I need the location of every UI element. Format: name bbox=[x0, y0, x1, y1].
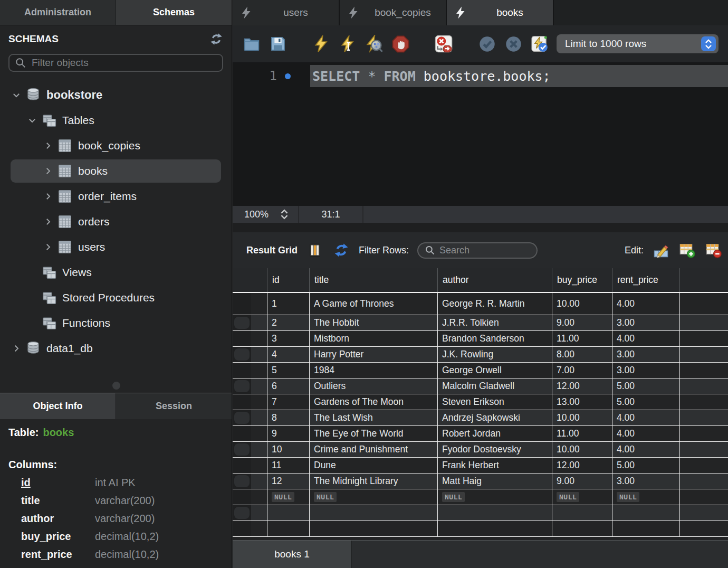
grid-cell[interactable]: 12.00 bbox=[552, 458, 612, 473]
grid-cell[interactable]: Outliers bbox=[310, 378, 438, 394]
grid-cell[interactable] bbox=[310, 521, 438, 536]
grid-cell[interactable]: Matt Haig bbox=[438, 474, 552, 489]
grid-cell[interactable]: Mistborn bbox=[310, 331, 438, 346]
sql-code-line[interactable]: SELECT * FROM bookstore.books; bbox=[310, 65, 728, 87]
tree-item-views[interactable]: Views bbox=[0, 260, 232, 285]
grid-cell[interactable]: Frank Herbert bbox=[438, 458, 552, 473]
refresh-schemas-icon[interactable] bbox=[209, 32, 223, 46]
row-drag-handle-icon[interactable] bbox=[234, 317, 250, 329]
tree-item-functions[interactable]: Functions bbox=[0, 310, 232, 336]
grid-cell[interactable]: 12 bbox=[267, 474, 310, 489]
tree-item-books[interactable]: books bbox=[0, 158, 232, 184]
schema-filter[interactable] bbox=[8, 54, 223, 72]
grid-cell[interactable]: Crime and Punishment bbox=[310, 442, 438, 457]
grid-cell[interactable]: Robert Jordan bbox=[438, 426, 552, 441]
grid-cell[interactable]: 4.00 bbox=[612, 426, 680, 441]
grid-cell[interactable]: 10 bbox=[267, 442, 310, 457]
grid-cell[interactable] bbox=[438, 505, 552, 520]
grid-cell[interactable]: 12.00 bbox=[552, 378, 612, 394]
row-selector[interactable] bbox=[251, 331, 267, 346]
grid-cell[interactable]: 11.00 bbox=[552, 331, 612, 346]
grid-cell[interactable]: 7.00 bbox=[552, 363, 612, 378]
grid-cell[interactable] bbox=[310, 505, 438, 520]
grid-cell[interactable] bbox=[552, 505, 612, 520]
grid-cell[interactable]: 13.00 bbox=[552, 394, 612, 410]
grid-cell[interactable]: 8 bbox=[267, 410, 310, 425]
tree-collapsed-chevron-icon[interactable] bbox=[43, 141, 54, 150]
grid-cell[interactable]: 10.00 bbox=[552, 293, 612, 315]
grid-cell[interactable]: Malcolm Gladwell bbox=[438, 378, 552, 394]
row-drag-handle-icon[interactable] bbox=[234, 412, 250, 424]
tree-item-users[interactable]: users bbox=[0, 234, 232, 260]
execute-query-icon[interactable] bbox=[312, 34, 331, 53]
sql-editor[interactable]: 1 SELECT * FROM bookstore.books; bbox=[233, 62, 728, 206]
grid-cell[interactable]: 3.00 bbox=[612, 363, 680, 378]
grid-cell[interactable]: NULL bbox=[552, 489, 612, 505]
row-selector[interactable] bbox=[251, 474, 267, 489]
grid-cell[interactable]: 4.00 bbox=[612, 410, 680, 425]
grid-cell[interactable] bbox=[267, 505, 310, 520]
grid-cell[interactable]: NULL bbox=[612, 489, 680, 505]
row-drag-handle-icon[interactable] bbox=[234, 507, 250, 519]
grid-cell[interactable]: George Orwell bbox=[438, 363, 552, 378]
grid-cell[interactable]: 5 bbox=[267, 363, 310, 378]
grid-cell[interactable]: 11.00 bbox=[552, 426, 612, 441]
grid-cell[interactable]: 5.00 bbox=[612, 458, 680, 473]
grid-cell[interactable]: Steven Erikson bbox=[438, 394, 552, 410]
refresh-results-icon[interactable] bbox=[332, 241, 350, 259]
tree-item-data1-db[interactable]: data1_db bbox=[0, 336, 232, 361]
grid-cell[interactable]: 9.00 bbox=[552, 315, 612, 330]
row-selector[interactable] bbox=[251, 458, 267, 473]
grid-cell[interactable]: 9.00 bbox=[552, 474, 612, 489]
stop-query-icon[interactable] bbox=[391, 34, 410, 53]
grid-cell[interactable]: Fyodor Dostoevsky bbox=[438, 442, 552, 457]
sidebar-tab-schemas[interactable]: Schemas bbox=[116, 0, 232, 25]
commit-icon[interactable] bbox=[477, 34, 496, 53]
grid-cell[interactable]: 1984 bbox=[310, 363, 438, 378]
row-drag-handle-icon[interactable] bbox=[234, 443, 250, 456]
row-selector[interactable] bbox=[251, 505, 267, 520]
grid-cell[interactable]: 5.00 bbox=[612, 378, 680, 394]
row-selector[interactable] bbox=[251, 347, 267, 362]
grid-cell[interactable]: Harry Potter bbox=[310, 347, 438, 362]
grid-cell[interactable]: 10.00 bbox=[552, 442, 612, 457]
rollback-icon[interactable] bbox=[504, 34, 523, 53]
splitter-handle[interactable] bbox=[112, 382, 120, 390]
insert-row-icon[interactable] bbox=[678, 241, 696, 259]
row-selector[interactable] bbox=[251, 293, 267, 315]
grid-cell[interactable]: 3.00 bbox=[612, 474, 680, 489]
grid-cell[interactable]: Dune bbox=[310, 458, 438, 473]
grid-cell[interactable]: The Hobbit bbox=[310, 315, 438, 330]
row-drag-handle-icon[interactable] bbox=[234, 348, 250, 361]
tree-collapsed-chevron-icon[interactable] bbox=[43, 217, 54, 226]
grid-cell[interactable]: 7 bbox=[267, 394, 310, 410]
query-tab-users[interactable]: users bbox=[233, 0, 340, 25]
row-drag-handle-icon[interactable] bbox=[234, 475, 250, 487]
sidebar-tab-session[interactable]: Session bbox=[116, 393, 232, 419]
grid-cell[interactable]: 3.00 bbox=[612, 347, 680, 362]
grid-cell[interactable] bbox=[438, 521, 552, 536]
tree-item-orders[interactable]: orders bbox=[0, 209, 232, 234]
row-selector[interactable] bbox=[251, 426, 267, 441]
explain-plan-icon[interactable] bbox=[365, 34, 384, 53]
tree-collapsed-chevron-icon[interactable] bbox=[43, 192, 54, 201]
grid-cell[interactable] bbox=[612, 521, 680, 536]
grid-cell[interactable]: 4 bbox=[267, 347, 310, 362]
grid-cell[interactable]: The Last Wish bbox=[310, 410, 438, 425]
grid-column-header-title[interactable]: title bbox=[310, 268, 438, 292]
filter-rows-search[interactable] bbox=[417, 242, 538, 259]
grid-cell[interactable]: 2 bbox=[267, 315, 310, 330]
grid-cell[interactable]: 3 bbox=[267, 331, 310, 346]
row-selector[interactable] bbox=[251, 410, 267, 425]
tree-item-order-items[interactable]: order_items bbox=[0, 184, 232, 209]
query-tab-books[interactable]: books bbox=[447, 0, 554, 25]
grid-column-header-author[interactable]: author bbox=[438, 268, 552, 292]
row-selector[interactable] bbox=[251, 315, 267, 330]
query-tab-book_copies[interactable]: book_copies bbox=[340, 0, 447, 25]
grid-cell[interactable]: Andrzej Sapkowski bbox=[438, 410, 552, 425]
grid-cell[interactable]: 6 bbox=[267, 378, 310, 394]
row-selector[interactable] bbox=[251, 394, 267, 410]
grid-cell[interactable]: 10.00 bbox=[552, 410, 612, 425]
grid-cell[interactable]: 4.00 bbox=[612, 442, 680, 457]
tree-item-bookstore[interactable]: bookstore bbox=[0, 82, 232, 108]
